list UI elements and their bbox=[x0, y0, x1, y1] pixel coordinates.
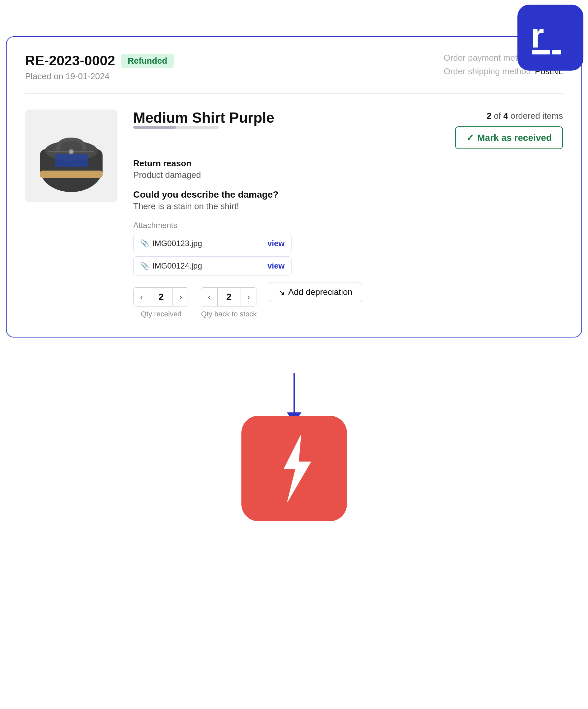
svg-rect-1 bbox=[532, 50, 550, 54]
order-id-section: RE-2023-0002 Refunded Placed on 19-01-20… bbox=[25, 53, 174, 81]
qty-received-label: Qty received bbox=[141, 310, 182, 318]
total-count: 4 bbox=[503, 111, 508, 121]
return-reason-label: Return reason bbox=[133, 158, 563, 168]
qty-back-to-stock-label: Qty back to stock bbox=[201, 310, 257, 318]
paperclip-icon-1: 📎 bbox=[140, 239, 149, 248]
qty-back-to-stock-control: ‹ 2 › Qty back to stock bbox=[201, 287, 257, 318]
of-text: of bbox=[494, 111, 503, 121]
attachment-name-2: 📎 IMG00124.jpg bbox=[140, 261, 202, 270]
qty-back-to-stock-stepper: ‹ 2 › bbox=[201, 287, 257, 307]
mark-as-received-button[interactable]: ✓ Mark as received bbox=[455, 126, 563, 149]
product-image bbox=[25, 109, 117, 202]
attachment-row-1: 📎 IMG00123.jpg view bbox=[133, 234, 292, 253]
attachment-filename-1: IMG00123.jpg bbox=[152, 239, 202, 248]
qty-received-value: 2 bbox=[150, 288, 173, 306]
return-reason-value: Product damaged bbox=[133, 170, 563, 180]
progress-bar bbox=[133, 126, 219, 129]
qty-back-to-stock-decrement-button[interactable]: ‹ bbox=[201, 289, 217, 305]
main-card: RE-2023-0002 Refunded Placed on 19-01-20… bbox=[6, 36, 582, 338]
attachment-row-2: 📎 IMG00124.jpg view bbox=[133, 256, 292, 275]
product-section: Medium Shirt Purple 2 of 4 ordered items… bbox=[25, 109, 563, 318]
attachment-name-1: 📎 IMG00123.jpg bbox=[140, 239, 202, 248]
bottom-logo-box bbox=[241, 416, 347, 521]
order-date: Placed on 19-01-2024 bbox=[25, 71, 174, 81]
product-details: Medium Shirt Purple 2 of 4 ordered items… bbox=[133, 109, 563, 318]
svg-point-11 bbox=[70, 151, 73, 153]
qty-received-decrement-button[interactable]: ‹ bbox=[134, 289, 150, 305]
arrow-line bbox=[294, 373, 295, 412]
refunded-badge: Refunded bbox=[121, 54, 174, 68]
paperclip-icon-2: 📎 bbox=[140, 262, 149, 270]
progress-bar-fill bbox=[133, 126, 176, 129]
product-title-row: Medium Shirt Purple 2 of 4 ordered items… bbox=[133, 109, 563, 149]
ordered-count: 2 bbox=[487, 111, 491, 121]
svg-text:r: r bbox=[531, 16, 544, 55]
damage-question-answer: There is a stain on the shirt! bbox=[133, 201, 563, 211]
product-name: Medium Shirt Purple bbox=[133, 109, 274, 126]
qty-received-control: ‹ 2 › Qty received bbox=[133, 287, 189, 318]
svg-rect-2 bbox=[552, 50, 561, 54]
qty-received-increment-button[interactable]: › bbox=[173, 289, 189, 305]
attachment-filename-2: IMG00124.jpg bbox=[152, 261, 202, 270]
qty-received-stepper: ‹ 2 › bbox=[133, 287, 189, 307]
depreciation-arrow-icon: ↘ bbox=[278, 288, 285, 297]
right-column: 2 of 4 ordered items ✓ Mark as received bbox=[455, 109, 563, 149]
qty-controls-row: ‹ 2 › Qty received ‹ 2 › Qty back to sto… bbox=[133, 287, 563, 318]
attachments-label: Attachments bbox=[133, 221, 563, 230]
checkmark-icon: ✓ bbox=[466, 132, 474, 143]
top-right-logo: r bbox=[517, 5, 583, 71]
order-id: RE-2023-0002 bbox=[25, 53, 115, 69]
damage-question-label: Could you describe the damage? bbox=[133, 189, 563, 200]
shipping-method-label: Order shipping method bbox=[444, 66, 531, 77]
svg-rect-8 bbox=[55, 154, 88, 167]
ordered-items-count: 2 of 4 ordered items bbox=[487, 111, 563, 121]
ordered-items-label: ordered items bbox=[510, 111, 563, 121]
order-id-row: RE-2023-0002 Refunded bbox=[25, 53, 174, 69]
qty-back-to-stock-increment-button[interactable]: › bbox=[240, 289, 257, 305]
attachment-view-link-1[interactable]: view bbox=[267, 239, 285, 248]
add-depreciation-button[interactable]: ↘ Add depreciation bbox=[269, 282, 362, 302]
attachment-view-link-2[interactable]: view bbox=[267, 261, 285, 270]
bottom-logo-container bbox=[241, 416, 347, 521]
order-header: RE-2023-0002 Refunded Placed on 19-01-20… bbox=[25, 53, 563, 94]
add-depreciation-label: Add depreciation bbox=[288, 287, 352, 297]
mark-received-label: Mark as received bbox=[477, 133, 552, 143]
svg-rect-9 bbox=[40, 170, 103, 178]
qty-back-to-stock-value: 2 bbox=[217, 288, 240, 306]
